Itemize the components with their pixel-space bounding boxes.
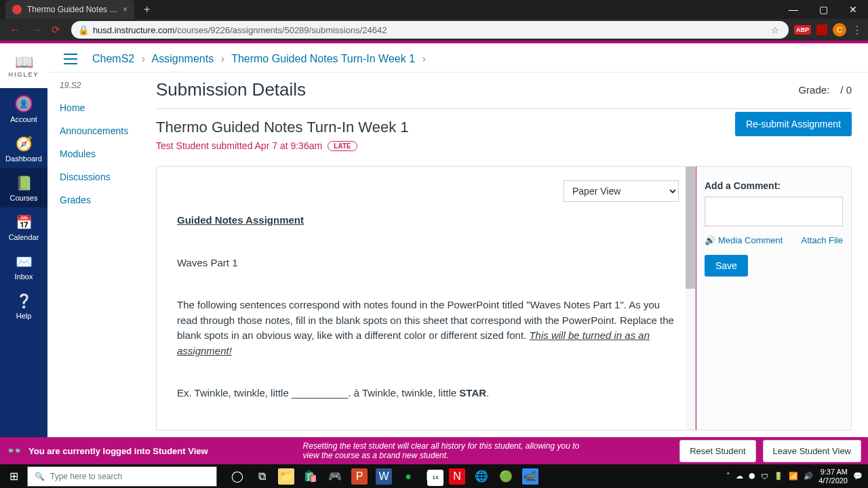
taskview-icon[interactable]: ⧉	[254, 468, 270, 485]
breadcrumb-course[interactable]: ChemS2	[92, 53, 134, 64]
explorer-icon[interactable]: 📁	[278, 468, 294, 485]
lock-icon: 🔒	[78, 25, 89, 35]
store-icon[interactable]: 🛍️	[302, 468, 319, 485]
wifi-icon[interactable]: 📶	[789, 472, 798, 481]
attach-file-link[interactable]: Attach File	[802, 235, 843, 245]
profile-avatar[interactable]: C	[833, 23, 846, 37]
search-icon: 🔍	[35, 472, 45, 481]
browser-menu-icon[interactable]: ⋮	[852, 24, 863, 37]
nav-account[interactable]: 👤 Account	[0, 88, 47, 129]
course-nav-grades[interactable]: Grades	[60, 195, 144, 205]
course-nav-announcements[interactable]: Announcements	[60, 125, 144, 136]
close-tab-icon[interactable]: ×	[123, 5, 127, 14]
nav-arrows: ← →	[5, 24, 46, 36]
doc-paragraph: The following sentences correspond with …	[177, 298, 675, 359]
steam-icon[interactable]: 🎮	[327, 468, 343, 485]
workspace: Submission Details Grade: / 0 Thermo Gui…	[156, 73, 868, 464]
taskbar-clock[interactable]: 9:37 AM 4/7/2020	[818, 468, 848, 484]
comment-pane: Add a Comment: 🔊 Media Comment Attach Fi…	[696, 166, 852, 430]
comment-actions: 🔊 Media Comment Attach File	[705, 235, 843, 245]
new-tab-button[interactable]: +	[144, 3, 150, 16]
view-select[interactable]: Paper View	[564, 180, 679, 202]
tray-chevron-icon[interactable]: ˄	[726, 472, 730, 481]
chevron-right-icon: ›	[422, 53, 426, 64]
nav-courses[interactable]: 📗 Courses	[0, 168, 47, 207]
paper-scrollbar[interactable]	[686, 167, 695, 430]
submission-body: Paper View Guided Notes Assignment Waves…	[156, 166, 852, 430]
taskbar-search[interactable]: 🔍 Type here to search	[27, 466, 217, 487]
paper-pane[interactable]: Paper View Guided Notes Assignment Waves…	[156, 166, 696, 430]
maximize-button[interactable]: ▢	[808, 0, 838, 19]
course-nav-modules[interactable]: Modules	[60, 148, 144, 159]
netflix-icon[interactable]: N	[449, 468, 465, 485]
close-window-button[interactable]: ✕	[838, 0, 868, 19]
back-button[interactable]: ←	[9, 24, 20, 35]
comment-label: Add a Comment:	[705, 180, 843, 191]
security-icon[interactable]: 🛡	[761, 472, 768, 481]
comment-textarea[interactable]	[705, 197, 843, 226]
notifications-icon[interactable]: 💬	[853, 472, 863, 481]
page-title: Submission Details	[156, 79, 798, 100]
powerpoint-icon[interactable]: P	[351, 468, 368, 485]
clock-time: 9:37 AM	[818, 468, 848, 476]
browser-tab[interactable]: Thermo Guided Notes Turn-In W ×	[5, 0, 134, 19]
url-field[interactable]: 🔒 husd.instructure.com/courses/9226/assi…	[71, 21, 789, 39]
student-view-desc: Resetting the test student will clear al…	[303, 441, 595, 461]
browser-tab-strip: Thermo Guided Notes Turn-In W × + — ▢ ✕	[0, 0, 868, 19]
tab-favicon	[12, 5, 22, 14]
nav-label: Help	[16, 312, 32, 320]
cortana-icon[interactable]: ◯	[229, 468, 245, 485]
global-nav: 📖 HIGLEY 👤 Account 🧭 Dashboard 📗 Courses…	[0, 43, 47, 464]
logo-book-icon: 📖	[15, 54, 33, 71]
nav-dashboard[interactable]: 🧭 Dashboard	[0, 129, 47, 168]
leave-student-view-button[interactable]: Leave Student View	[763, 440, 861, 462]
page-title-row: Submission Details Grade: / 0	[156, 79, 852, 109]
student-view-text: You are currently logged into Student Vi…	[28, 446, 208, 456]
main-row: 19.S2 Home Announcements Modules Discuss…	[47, 73, 868, 464]
start-button[interactable]: ⊞	[0, 464, 27, 488]
zoom-icon[interactable]: 📹	[522, 468, 538, 485]
course-nav-home[interactable]: Home	[60, 102, 144, 113]
district-logo[interactable]: 📖 HIGLEY	[0, 43, 47, 88]
bookmark-star-icon[interactable]: ☆	[771, 25, 779, 35]
resubmit-button[interactable]: Re-submit Assignment	[735, 112, 852, 136]
onedrive-icon[interactable]: ☁	[736, 472, 743, 481]
breadcrumb-assignment[interactable]: Thermo Guided Notes Turn-In Week 1	[231, 53, 415, 64]
chrome-icon[interactable]: 🟢	[498, 468, 514, 485]
nav-label: Calendar	[9, 233, 39, 241]
media-comment-link[interactable]: 🔊 Media Comment	[705, 235, 783, 245]
address-bar: ← → ⟳ 🔒 husd.instructure.com/courses/922…	[0, 19, 868, 41]
window-controls: — ▢ ✕	[778, 0, 868, 19]
volume-icon[interactable]: 🔊	[804, 472, 813, 481]
reload-button[interactable]: ⟳	[52, 24, 60, 36]
doc-example-post: .	[486, 387, 489, 399]
reset-student-button[interactable]: Reset Student	[679, 440, 755, 462]
breadcrumb-assignments[interactable]: Assignments	[152, 53, 214, 64]
minimize-button[interactable]: —	[778, 0, 808, 19]
word-icon[interactable]: W	[376, 468, 392, 485]
nav-label: Account	[10, 115, 37, 123]
media-comment-text: Media Comment	[718, 235, 783, 245]
nav-help[interactable]: ❔ Help	[0, 286, 47, 325]
nav-calendar[interactable]: 📅 Calendar	[0, 207, 47, 247]
abp-extension-icon[interactable]: ABP	[794, 25, 811, 35]
course-nav-discussions[interactable]: Discussions	[60, 171, 144, 182]
mail-icon[interactable]: 📧14	[425, 468, 441, 485]
pdf-extension-icon[interactable]	[816, 24, 827, 35]
spotify-icon[interactable]: ●	[400, 468, 416, 485]
nav-inbox[interactable]: ✉️ Inbox	[0, 247, 47, 286]
nav-label: Dashboard	[5, 155, 42, 163]
save-button[interactable]: Save	[705, 255, 748, 277]
edge-icon[interactable]: 🌐	[473, 468, 490, 485]
dropbox-icon[interactable]: ⬢	[749, 472, 755, 481]
search-placeholder: Type here to search	[50, 472, 122, 481]
chevron-right-icon: ›	[221, 53, 224, 64]
doc-example-bold: STAR	[459, 387, 486, 399]
breadcrumb: ChemS2 › Assignments › Thermo Guided Not…	[92, 53, 430, 65]
battery-icon[interactable]: 🔋	[774, 472, 783, 481]
taskbar: ⊞ 🔍 Type here to search ◯ ⧉ 📁 🛍️ 🎮 P W ●…	[0, 464, 868, 488]
doc-list: Periodic Motion is motion that _________…	[192, 428, 675, 431]
forward-button[interactable]: →	[31, 24, 42, 35]
scrollbar-thumb[interactable]	[686, 167, 695, 289]
course-nav-toggle[interactable]	[64, 54, 77, 64]
